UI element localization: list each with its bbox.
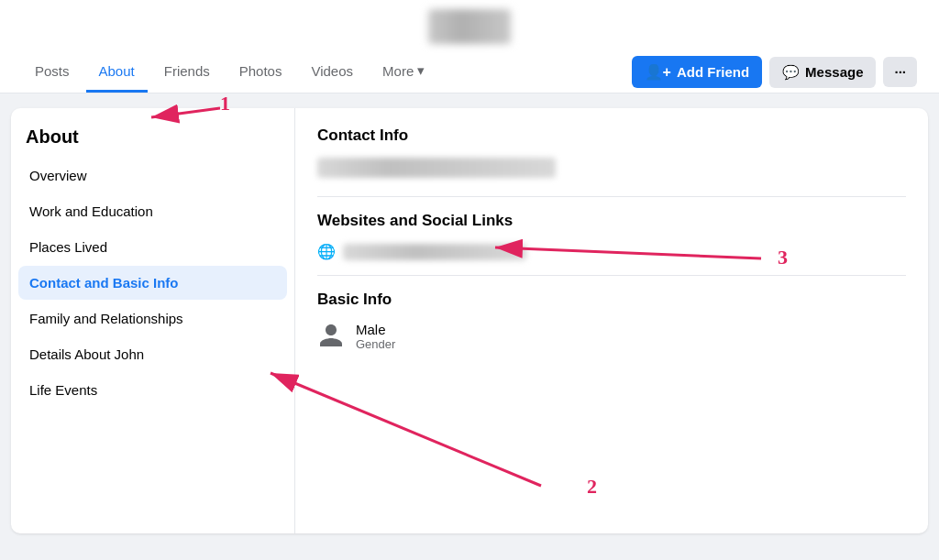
contact-info-blurred	[317, 158, 556, 178]
divider-2	[317, 275, 906, 276]
gender-value: Male	[356, 322, 395, 337]
gender-person-icon	[317, 322, 345, 349]
tab-about[interactable]: About	[86, 52, 148, 93]
chevron-down-icon: ▾	[417, 62, 425, 79]
contact-info-title: Contact Info	[317, 126, 906, 145]
messenger-icon: 💬	[782, 64, 800, 81]
websites-title: Websites and Social Links	[317, 212, 906, 230]
tab-friends[interactable]: Friends	[151, 52, 223, 93]
sidebar-item-overview[interactable]: Overview	[18, 159, 287, 192]
gender-row: Male Gender	[317, 322, 906, 351]
sidebar-item-work-education[interactable]: Work and Education	[18, 194, 287, 228]
sidebar-item-details-about-john[interactable]: Details About John	[18, 337, 287, 371]
tab-photos[interactable]: Photos	[226, 52, 295, 93]
nav-tabs: Posts About Friends Photos Videos More ▾	[22, 51, 437, 93]
gender-label: Gender	[356, 337, 395, 351]
about-sidebar: About Overview Work and Education Places…	[11, 108, 295, 533]
annotation-badge-3: 3	[778, 246, 788, 269]
nav-bar: Posts About Friends Photos Videos More ▾…	[0, 51, 939, 93]
message-button[interactable]: 💬 Message	[769, 57, 876, 88]
tab-posts[interactable]: Posts	[22, 52, 83, 93]
basic-info-title: Basic Info	[317, 291, 906, 309]
annotation-badge-2: 2	[587, 475, 597, 499]
add-friend-button[interactable]: 👤+ Add Friend	[632, 56, 763, 88]
website-link-blurred	[343, 244, 526, 260]
sidebar-item-life-events[interactable]: Life Events	[18, 373, 287, 407]
gender-info: Male Gender	[356, 322, 395, 351]
profile-photo-area	[428, 0, 511, 51]
main-content: About Overview Work and Education Places…	[0, 93, 939, 548]
annotation-badge-1: 1	[220, 92, 230, 115]
add-friend-icon: 👤+	[645, 63, 671, 81]
sidebar-item-places-lived[interactable]: Places Lived	[18, 230, 287, 264]
website-icon: 🌐	[317, 243, 336, 260]
sidebar-item-family-relationships[interactable]: Family and Relationships	[18, 302, 287, 335]
about-card: About Overview Work and Education Places…	[11, 108, 928, 533]
tab-videos[interactable]: Videos	[298, 52, 366, 93]
profile-photo	[428, 9, 511, 44]
nav-actions: 👤+ Add Friend 💬 Message ···	[632, 56, 917, 88]
sidebar-title: About	[18, 123, 287, 159]
more-options-button[interactable]: ···	[883, 57, 917, 87]
sidebar-item-contact-basic-info[interactable]: Contact and Basic Info	[18, 266, 287, 300]
main-panel: Contact Info Websites and Social Links 🌐…	[295, 108, 928, 533]
tab-more[interactable]: More ▾	[370, 51, 437, 93]
divider-1	[317, 196, 906, 197]
